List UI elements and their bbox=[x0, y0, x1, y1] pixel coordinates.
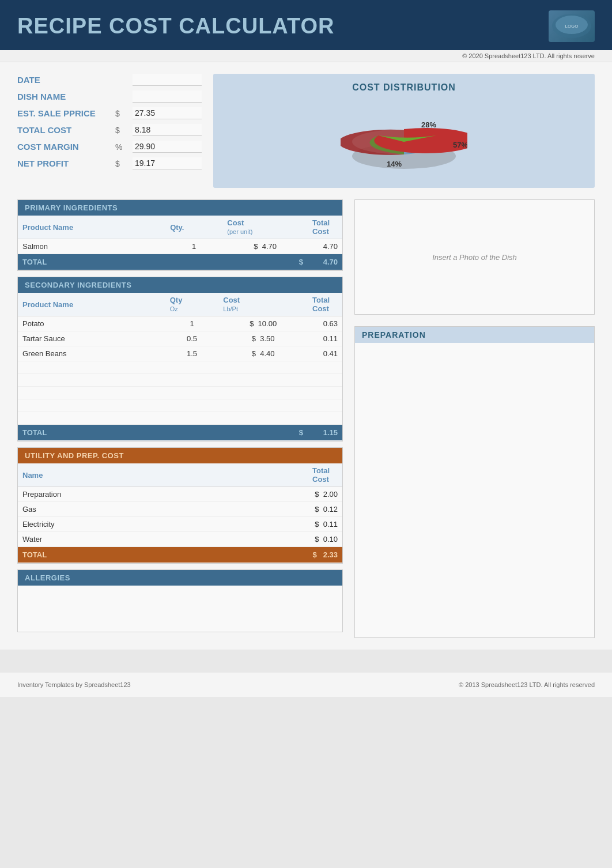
cost-margin-value: 29.90 bbox=[133, 141, 202, 153]
utility-row-name: Water bbox=[18, 532, 308, 547]
primary-row-total: 4.70 bbox=[308, 239, 342, 254]
secondary-total-value: 1.15 bbox=[308, 425, 342, 441]
secondary-row-total: 0.41 bbox=[308, 346, 342, 361]
secondary-row-qty: 1 bbox=[165, 316, 219, 331]
est-sale-value: 27.35 bbox=[133, 107, 202, 119]
primary-ingredients-header: PRIMARY INGREDIENTS bbox=[18, 200, 342, 216]
app-title: RECIPE COST CALCULATOR bbox=[17, 14, 335, 39]
dish-name-label: DISH NAME bbox=[17, 92, 115, 101]
secondary-empty-row-5 bbox=[18, 412, 342, 425]
secondary-col-total: Total Cost bbox=[308, 293, 342, 316]
total-cost-row: TOTAL COST $ 8.18 bbox=[17, 124, 202, 136]
utility-total-label: TOTAL bbox=[18, 547, 308, 563]
secondary-col-name: Product Name bbox=[18, 293, 165, 316]
cost-margin-label: COST MARGIN bbox=[17, 142, 115, 152]
primary-ingredients-section: PRIMARY INGREDIENTS Product Name Qty. Co… bbox=[17, 199, 343, 271]
secondary-empty-row-2 bbox=[18, 374, 342, 387]
utility-row-value: $ 0.11 bbox=[308, 517, 342, 532]
utility-row-value: $ 0.12 bbox=[308, 502, 342, 517]
primary-row-name: Salmon bbox=[18, 239, 165, 254]
footer-left: Inventory Templates by Spreadsheet123 bbox=[17, 681, 131, 688]
total-cost-unit: $ bbox=[115, 126, 133, 135]
secondary-ingredients-header: SECONDARY INGREDIENTS bbox=[18, 277, 342, 293]
primary-col-cost: Cost(per unit) bbox=[222, 216, 308, 239]
date-value bbox=[133, 74, 202, 86]
primary-total-value: 4.70 bbox=[308, 254, 342, 270]
chart-panel: COST DISTRIBUTION bbox=[213, 74, 595, 188]
secondary-empty-row-3 bbox=[18, 387, 342, 399]
secondary-col-cost: CostLb/Pt bbox=[218, 293, 308, 316]
primary-total-row: TOTAL $ 4.70 bbox=[18, 254, 342, 270]
primary-row-qty: 1 bbox=[165, 239, 222, 254]
secondary-table-header-row: Product Name QtyOz CostLb/Pt Total Cost bbox=[18, 293, 342, 316]
page-footer: Inventory Templates by Spreadsheet123 © … bbox=[0, 673, 612, 697]
total-cost-value: 8.18 bbox=[133, 124, 202, 136]
utility-row-name: Electricity bbox=[18, 517, 308, 532]
utility-row-name: Gas bbox=[18, 502, 308, 517]
secondary-row-total: 0.11 bbox=[308, 331, 342, 346]
secondary-ingredients-section: SECONDARY INGREDIENTS Product Name QtyOz… bbox=[17, 277, 343, 441]
utility-total-currency: $ bbox=[313, 550, 317, 559]
secondary-row-name: Tartar Sauce bbox=[18, 331, 165, 346]
pie-label-14: 14% bbox=[387, 160, 402, 168]
preparation-area: PREPARATION bbox=[354, 326, 595, 638]
secondary-row-cost: $ 3.50 bbox=[218, 331, 308, 346]
footer-right: © 2013 Spreadsheet123 LTD. All rights re… bbox=[459, 681, 595, 688]
svg-text:LOGO: LOGO bbox=[565, 24, 578, 29]
primary-col-qty: Qty. bbox=[165, 216, 222, 239]
utility-col-total: Total Cost bbox=[308, 463, 342, 487]
secondary-table-row: Potato 1 $ 10.00 0.63 bbox=[18, 316, 342, 331]
utility-row-value: $ 0.10 bbox=[308, 532, 342, 547]
photo-placeholder-text: Insert a Photo of the Dish bbox=[432, 253, 517, 262]
utility-header: UTILITY AND PREP. COST bbox=[18, 448, 342, 463]
utility-header-row: Name Total Cost bbox=[18, 463, 342, 487]
utility-table: Name Total Cost Preparation $ 2.00 Gas $… bbox=[18, 463, 342, 563]
net-profit-label: NET PROFIT bbox=[17, 158, 115, 168]
est-sale-row: EST. SALE PPRICE $ 27.35 bbox=[17, 107, 202, 119]
utility-row-value: $ 2.00 bbox=[308, 487, 342, 502]
est-sale-unit: $ bbox=[115, 109, 133, 118]
primary-col-name: Product Name bbox=[18, 216, 165, 239]
cost-margin-unit: % bbox=[115, 142, 133, 152]
secondary-table-row: Green Beans 1.5 $ 4.40 0.41 bbox=[18, 346, 342, 361]
secondary-empty-row-4 bbox=[18, 399, 342, 412]
utility-section: UTILITY AND PREP. COST Name Total Cost P… bbox=[17, 447, 343, 564]
header: RECIPE COST CALCULATOR LOGO bbox=[0, 0, 612, 50]
utility-table-row: Preparation $ 2.00 bbox=[18, 487, 342, 502]
primary-table-row: Salmon 1 $ 4.70 4.70 bbox=[18, 239, 342, 254]
copyright-bar: © 2020 Spreadsheet123 LTD. All rights re… bbox=[0, 50, 612, 62]
primary-ingredients-table: Product Name Qty. Cost(per unit) Total C… bbox=[18, 216, 342, 270]
primary-total-currency: $ bbox=[222, 254, 308, 270]
pie-label-28: 28% bbox=[421, 120, 436, 129]
pie-chart-container: 28% 57% 14% bbox=[341, 99, 467, 179]
pie-chart-svg: 28% 57% 14% bbox=[341, 99, 467, 179]
secondary-col-qty: QtyOz bbox=[165, 293, 219, 316]
primary-row-cost: $ 4.70 bbox=[222, 239, 308, 254]
net-profit-unit: $ bbox=[115, 159, 133, 168]
header-logo: LOGO bbox=[549, 10, 595, 42]
secondary-row-cost: $ 4.40 bbox=[218, 346, 308, 361]
utility-total-row: TOTAL $ 2.33 bbox=[18, 547, 342, 563]
est-sale-label: EST. SALE PPRICE bbox=[17, 108, 115, 118]
photo-area: Insert a Photo of the Dish bbox=[354, 199, 595, 315]
pie-label-57: 57% bbox=[453, 141, 467, 149]
net-profit-value: 19.17 bbox=[133, 157, 202, 169]
preparation-header: PREPARATION bbox=[355, 327, 594, 343]
secondary-row-cost: $ 10.00 bbox=[218, 316, 308, 331]
tables-area: PRIMARY INGREDIENTS Product Name Qty. Co… bbox=[17, 199, 595, 638]
allergies-header: ALLERGIES bbox=[18, 570, 342, 586]
total-cost-label: TOTAL COST bbox=[17, 125, 115, 135]
left-tables: PRIMARY INGREDIENTS Product Name Qty. Co… bbox=[17, 199, 343, 638]
secondary-total-label: TOTAL bbox=[18, 425, 218, 441]
secondary-total-row: TOTAL $ 1.15 bbox=[18, 425, 342, 441]
info-panel: DATE DISH NAME EST. SALE PPRICE $ 27.35 … bbox=[17, 74, 202, 188]
allergies-body bbox=[18, 586, 342, 632]
secondary-row-name: Green Beans bbox=[18, 346, 165, 361]
primary-table-header-row: Product Name Qty. Cost(per unit) Total C… bbox=[18, 216, 342, 239]
dish-name-row: DISH NAME bbox=[17, 90, 202, 103]
top-section: DATE DISH NAME EST. SALE PPRICE $ 27.35 … bbox=[17, 74, 595, 188]
utility-total-value: 2.33 bbox=[323, 550, 338, 559]
main-content: DATE DISH NAME EST. SALE PPRICE $ 27.35 … bbox=[0, 62, 612, 650]
copyright-text: © 2020 Spreadsheet123 LTD. All rights re… bbox=[462, 52, 595, 59]
utility-table-row: Water $ 0.10 bbox=[18, 532, 342, 547]
